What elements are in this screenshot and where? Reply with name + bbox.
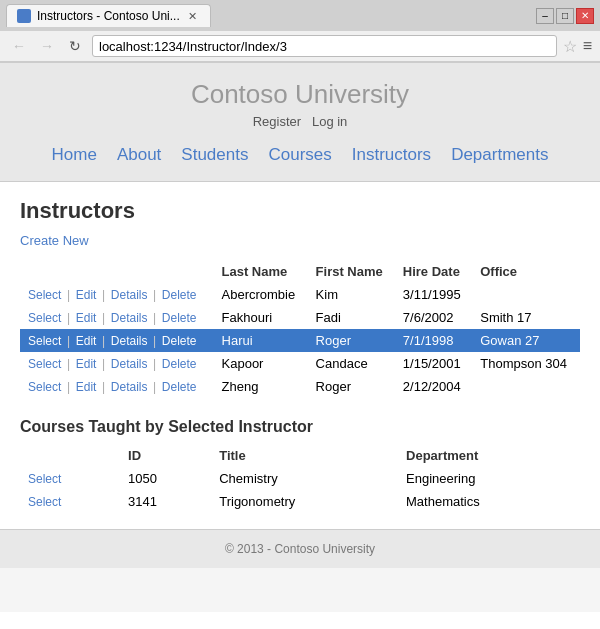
url-text: localhost:1234/Instructor/Index/3 (99, 39, 287, 54)
nav-bar: ← → ↻ localhost:1234/Instructor/Index/3 … (0, 31, 600, 62)
nav-students[interactable]: Students (181, 145, 248, 165)
last-name-cell: Harui (214, 329, 308, 352)
course-row: Select 3141 Trigonometry Mathematics (20, 490, 580, 513)
tab-close-button[interactable]: ✕ (186, 9, 200, 23)
details-link-0[interactable]: Details (111, 288, 148, 302)
menu-icon[interactable]: ≡ (583, 37, 592, 55)
select-link-2[interactable]: Select (28, 334, 61, 348)
delete-link-1[interactable]: Delete (162, 311, 197, 325)
table-row: Select | Edit | Details | Delete Abercro… (20, 283, 580, 306)
nav-instructors[interactable]: Instructors (352, 145, 431, 165)
refresh-button[interactable]: ↻ (64, 35, 86, 57)
instructors-table: Last Name First Name Hire Date Office Se… (20, 260, 580, 398)
nav-about[interactable]: About (117, 145, 161, 165)
edit-link-2[interactable]: Edit (76, 334, 97, 348)
edit-link-0[interactable]: Edit (76, 288, 97, 302)
site-header: Contoso University Register Log in Home … (0, 63, 600, 182)
row-actions: Select | Edit | Details | Delete (20, 283, 214, 306)
office-cell: Smith 17 (472, 306, 580, 329)
bookmark-icon[interactable]: ☆ (563, 37, 577, 56)
tab-favicon (17, 9, 31, 23)
courses-col-actions (20, 444, 120, 467)
address-bar[interactable]: localhost:1234/Instructor/Index/3 (92, 35, 557, 57)
site-nav: Home About Students Courses Instructors … (0, 137, 600, 173)
title-bar: Instructors - Contoso Uni... ✕ – □ ✕ (0, 0, 600, 31)
hire-date-cell: 3/11/1995 (395, 283, 472, 306)
course-id-cell: 3141 (120, 490, 211, 513)
last-name-cell: Abercrombie (214, 283, 308, 306)
row-actions: Select | Edit | Details | Delete (20, 375, 214, 398)
nav-courses[interactable]: Courses (268, 145, 331, 165)
col-last-name: Last Name (214, 260, 308, 283)
create-new-link-container: Create New (20, 232, 580, 248)
edit-link-1[interactable]: Edit (76, 311, 97, 325)
course-dept-cell: Mathematics (398, 490, 580, 513)
col-hire-date: Hire Date (395, 260, 472, 283)
courses-table: ID Title Department Select 1050 Chemistr… (20, 444, 580, 513)
hire-date-cell: 7/1/1998 (395, 329, 472, 352)
delete-link-2[interactable]: Delete (162, 334, 197, 348)
course-actions: Select (20, 490, 120, 513)
course-title-cell: Chemistry (211, 467, 398, 490)
edit-link-3[interactable]: Edit (76, 357, 97, 371)
minimize-button[interactable]: – (536, 8, 554, 24)
table-header-row: Last Name First Name Hire Date Office (20, 260, 580, 283)
row-actions: Select | Edit | Details | Delete (20, 306, 214, 329)
hire-date-cell: 1/15/2001 (395, 352, 472, 375)
main-content: Instructors Create New Last Name First N… (0, 182, 600, 529)
login-link[interactable]: Log in (312, 114, 347, 129)
courses-header-row: ID Title Department (20, 444, 580, 467)
delete-link-3[interactable]: Delete (162, 357, 197, 371)
row-actions: Select | Edit | Details | Delete (20, 352, 214, 375)
delete-link-0[interactable]: Delete (162, 288, 197, 302)
site-links: Register Log in (0, 114, 600, 129)
edit-link-4[interactable]: Edit (76, 380, 97, 394)
delete-link-4[interactable]: Delete (162, 380, 197, 394)
course-title-cell: Trigonometry (211, 490, 398, 513)
page-content: Contoso University Register Log in Home … (0, 63, 600, 612)
table-row: Select | Edit | Details | Delete Kapoor … (20, 352, 580, 375)
site-title: Contoso University (0, 79, 600, 110)
nav-home[interactable]: Home (52, 145, 97, 165)
browser-chrome: Instructors - Contoso Uni... ✕ – □ ✕ ← →… (0, 0, 600, 63)
register-link[interactable]: Register (253, 114, 301, 129)
window-controls: – □ ✕ (536, 8, 594, 24)
forward-button[interactable]: → (36, 35, 58, 57)
hire-date-cell: 7/6/2002 (395, 306, 472, 329)
col-first-name: First Name (308, 260, 395, 283)
select-link-4[interactable]: Select (28, 380, 61, 394)
courses-col-title: Title (211, 444, 398, 467)
first-name-cell: Roger (308, 329, 395, 352)
details-link-1[interactable]: Details (111, 311, 148, 325)
select-link-3[interactable]: Select (28, 357, 61, 371)
row-actions: Select | Edit | Details | Delete (20, 329, 214, 352)
first-name-cell: Candace (308, 352, 395, 375)
course-dept-cell: Engineering (398, 467, 580, 490)
close-button[interactable]: ✕ (576, 8, 594, 24)
details-link-3[interactable]: Details (111, 357, 148, 371)
office-cell (472, 283, 580, 306)
browser-tab[interactable]: Instructors - Contoso Uni... ✕ (6, 4, 211, 27)
course-select-link-1[interactable]: Select (28, 495, 61, 509)
office-cell (472, 375, 580, 398)
last-name-cell: Zheng (214, 375, 308, 398)
first-name-cell: Fadi (308, 306, 395, 329)
col-actions (20, 260, 214, 283)
details-link-2[interactable]: Details (111, 334, 148, 348)
course-select-link-0[interactable]: Select (28, 472, 61, 486)
nav-departments[interactable]: Departments (451, 145, 548, 165)
first-name-cell: Kim (308, 283, 395, 306)
first-name-cell: Roger (308, 375, 395, 398)
office-cell: Gowan 27 (472, 329, 580, 352)
details-link-4[interactable]: Details (111, 380, 148, 394)
maximize-button[interactable]: □ (556, 8, 574, 24)
table-row: Select | Edit | Details | Delete Harui R… (20, 329, 580, 352)
back-button[interactable]: ← (8, 35, 30, 57)
table-row: Select | Edit | Details | Delete Zheng R… (20, 375, 580, 398)
select-link-0[interactable]: Select (28, 288, 61, 302)
create-new-link[interactable]: Create New (20, 233, 89, 248)
select-link-1[interactable]: Select (28, 311, 61, 325)
courses-section: Courses Taught by Selected Instructor ID… (20, 418, 580, 513)
course-actions: Select (20, 467, 120, 490)
courses-col-id: ID (120, 444, 211, 467)
